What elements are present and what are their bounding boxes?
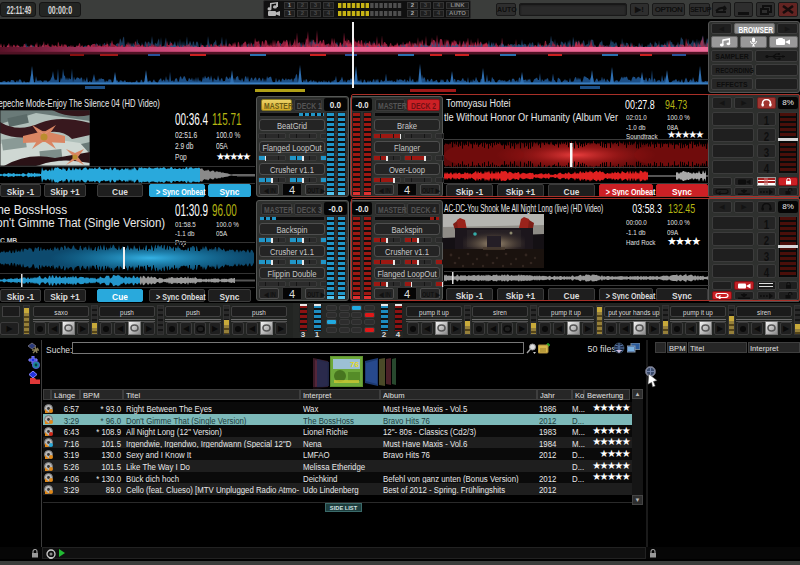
svg-text:76: 76 <box>350 360 359 369</box>
